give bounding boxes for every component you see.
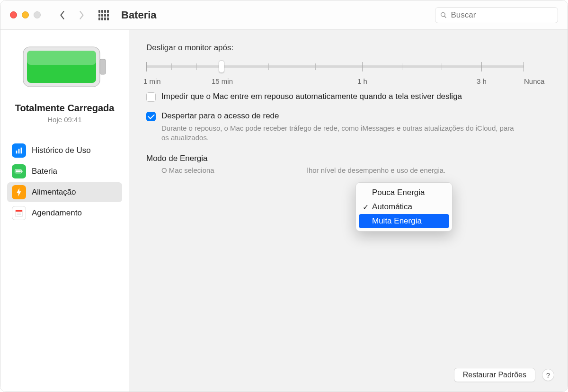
svg-rect-9: [22, 171, 23, 172]
battery-status-time: Hoje 09:41: [47, 116, 82, 124]
battery-status-title: Totalmente Carregada: [15, 103, 115, 114]
svg-rect-4: [16, 151, 18, 153]
energy-mode-description: O Mac seleciona lhor nível de desempenho…: [161, 166, 550, 174]
maximize-window-button: [34, 11, 41, 18]
sidebar-nav: Histórico de Uso Bateria Alimentação: [0, 141, 129, 223]
svg-rect-6: [21, 148, 22, 154]
restore-defaults-button[interactable]: Restaurar Padrões: [454, 368, 535, 382]
sidebar-item-label: Histórico de Uso: [32, 146, 91, 155]
sidebar-item-battery[interactable]: Bateria: [7, 161, 122, 181]
svg-rect-8: [16, 170, 21, 173]
sidebar-item-label: Agendamento: [32, 208, 82, 218]
calendar-icon: [12, 206, 26, 220]
prevent-sleep-label: Impedir que o Mac entre em repouso autom…: [161, 91, 462, 102]
titlebar: Bateria: [0, 0, 568, 30]
display-off-slider[interactable]: 1 min 15 min 1 h 3 h Nunca: [146, 59, 550, 77]
wake-network-label: Despertar para o acesso de rede: [161, 111, 279, 122]
wake-network-checkbox[interactable]: [146, 112, 156, 121]
search-input[interactable]: [451, 10, 553, 20]
sidebar-item-power-adapter[interactable]: Alimentação: [7, 182, 122, 202]
svg-rect-5: [18, 149, 20, 153]
energy-mode-label: Modo de Energia: [146, 154, 550, 163]
svg-rect-3: [100, 59, 106, 74]
dropdown-option-automatic[interactable]: Automática: [359, 200, 449, 214]
search-field[interactable]: [435, 7, 558, 23]
svg-rect-10: [16, 210, 22, 212]
close-window-button[interactable]: [10, 11, 17, 18]
slider-handle[interactable]: [219, 60, 224, 73]
search-icon: [440, 11, 447, 19]
sidebar: Totalmente Carregada Hoje 09:41 Históric…: [0, 30, 129, 392]
chart-icon: [12, 143, 26, 158]
energy-mode-dropdown[interactable]: Pouca Energia Automática Muita Energia: [355, 182, 453, 232]
all-settings-button[interactable]: [98, 10, 109, 20]
sidebar-item-schedule[interactable]: Agendamento: [7, 203, 122, 223]
settings-window: Bateria Totalmente Carregada Hoje 09:41: [0, 0, 568, 392]
traffic-lights: [10, 11, 41, 18]
dropdown-option-low-power[interactable]: Pouca Energia: [359, 186, 449, 200]
back-button[interactable]: [56, 7, 69, 24]
bolt-icon: [12, 185, 26, 199]
battery-icon: [12, 164, 26, 178]
battery-image: [22, 44, 107, 91]
sidebar-item-label: Bateria: [32, 167, 57, 176]
svg-rect-2: [27, 51, 96, 65]
sidebar-item-label: Alimentação: [32, 187, 76, 197]
wake-network-description: Durante o repouso, o Mac pode receber tr…: [161, 124, 550, 143]
dropdown-option-high-power[interactable]: Muita Energia: [359, 214, 449, 228]
help-button[interactable]: ?: [542, 369, 554, 381]
main-content: Desligar o monitor após:: [129, 30, 568, 392]
minimize-window-button[interactable]: [22, 11, 29, 18]
display-off-label: Desligar o monitor após:: [146, 43, 550, 53]
prevent-sleep-checkbox[interactable]: [146, 92, 156, 102]
sidebar-item-usage-history[interactable]: Histórico de Uso: [7, 141, 122, 160]
page-title: Bateria: [121, 9, 157, 21]
forward-button: [75, 7, 88, 24]
